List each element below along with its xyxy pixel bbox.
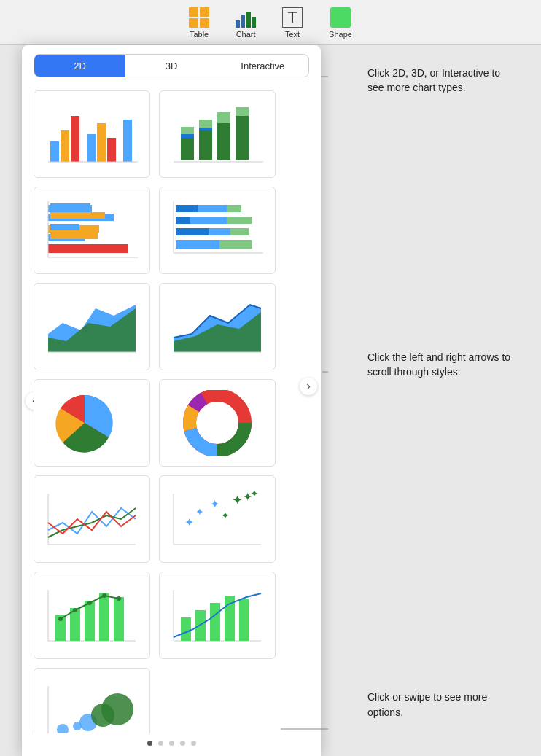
svg-rect-32 (176, 205, 198, 212)
table-icon (189, 7, 209, 28)
callout-bottom: Click or swipe to see more options. (367, 690, 513, 720)
svg-rect-37 (227, 217, 252, 224)
svg-rect-6 (123, 120, 132, 162)
svg-rect-87 (239, 599, 249, 641)
chart-picker-panel: 2D 3D Interactive ‹ (22, 45, 321, 756)
segment-control: 2D 3D Interactive (34, 54, 309, 77)
shape-icon (330, 7, 351, 28)
svg-rect-12 (217, 123, 230, 160)
chart-row-3 (34, 283, 309, 370)
chart-item-area[interactable] (34, 283, 150, 370)
text-icon: T (282, 7, 303, 28)
segment-btn-2d[interactable]: 2D (34, 55, 125, 77)
svg-point-80 (117, 596, 121, 601)
svg-rect-73 (85, 601, 95, 641)
svg-text:✦: ✦ (232, 493, 243, 507)
svg-rect-41 (176, 240, 219, 249)
chart-item-bar-stacked[interactable] (159, 90, 276, 178)
svg-rect-5 (107, 138, 116, 162)
svg-rect-1 (61, 130, 69, 162)
svg-rect-40 (230, 228, 249, 235)
scroll-right-arrow[interactable]: › (300, 378, 317, 395)
svg-rect-35 (176, 217, 190, 224)
toolbar-label-table: Table (190, 30, 209, 39)
svg-rect-4 (97, 123, 106, 162)
svg-rect-2 (71, 116, 79, 162)
svg-point-57 (201, 407, 233, 439)
callout-middle: Click the left and right arrows to scrol… (367, 350, 513, 380)
svg-point-76 (58, 617, 63, 621)
svg-point-77 (73, 608, 77, 612)
svg-text:✦: ✦ (210, 498, 219, 510)
chart-row-1 (34, 90, 309, 178)
pagination-dot-3[interactable] (169, 741, 174, 746)
toolbar-item-shape[interactable]: Shape (316, 4, 365, 42)
toolbar-item-text[interactable]: T Text (269, 4, 316, 42)
svg-rect-13 (217, 112, 230, 123)
chart-row-4 (34, 379, 309, 467)
svg-text:✦: ✦ (195, 506, 204, 518)
chart-item-bar-grouped[interactable] (34, 90, 150, 178)
chart-item-hbar-grouped[interactable] (34, 187, 150, 274)
chart-item-combo-2[interactable] (159, 572, 276, 659)
pagination-dot-4[interactable] (180, 741, 185, 746)
svg-rect-29 (50, 224, 79, 230)
svg-point-78 (87, 601, 92, 605)
pagination-dot-5[interactable] (191, 741, 196, 746)
toolbar-label-chart: Chart (236, 30, 256, 39)
svg-rect-15 (236, 107, 249, 116)
segment-btn-3d[interactable]: 3D (125, 55, 217, 77)
svg-rect-17 (199, 128, 212, 130)
svg-point-94 (101, 693, 133, 725)
chart-row-2 (34, 187, 309, 274)
chart-grid: ✦ ✦ ✦ ✦ ✦ ✦ ✦ (22, 85, 321, 733)
svg-rect-30 (50, 233, 98, 239)
toolbar-item-chart[interactable]: Chart (222, 4, 269, 42)
svg-rect-10 (199, 130, 212, 160)
toolbar-label-shape: Shape (329, 30, 352, 39)
svg-rect-16 (181, 134, 194, 138)
chart-row-6 (34, 572, 309, 659)
chart-item-line[interactable] (34, 475, 150, 563)
svg-rect-36 (190, 217, 227, 224)
svg-rect-3 (87, 134, 96, 162)
dot-pagination (22, 733, 321, 756)
toolbar-item-table[interactable]: Table (176, 4, 222, 42)
svg-rect-14 (236, 116, 249, 160)
toolbar: Table Chart T Text Shape (0, 0, 541, 45)
svg-point-90 (57, 724, 69, 733)
svg-text:✦: ✦ (184, 516, 194, 529)
chart-item-pie[interactable] (34, 379, 150, 467)
chart-item-scatter[interactable]: ✦ ✦ ✦ ✦ ✦ ✦ ✦ (159, 475, 276, 563)
chart-item-hbar-stacked[interactable] (159, 187, 276, 274)
callout-top: Click 2D, 3D, or Interactive to see more… (367, 66, 513, 96)
svg-rect-38 (176, 228, 209, 235)
svg-rect-42 (219, 240, 252, 249)
toolbar-label-text: Text (285, 30, 300, 39)
svg-rect-39 (209, 228, 230, 235)
chart-item-bubble[interactable] (34, 668, 150, 733)
segment-btn-interactive[interactable]: Interactive (217, 55, 308, 77)
svg-rect-31 (50, 244, 120, 253)
svg-rect-27 (50, 203, 90, 210)
svg-rect-34 (227, 205, 241, 212)
svg-rect-8 (181, 138, 194, 160)
svg-rect-84 (195, 610, 206, 641)
chart-icon (236, 7, 256, 28)
svg-rect-0 (50, 141, 59, 162)
chart-row-5: ✦ ✦ ✦ ✦ ✦ ✦ ✦ (34, 475, 309, 563)
svg-rect-74 (99, 593, 109, 641)
chart-row-7 (34, 668, 309, 733)
svg-text:✦: ✦ (221, 510, 230, 521)
svg-point-79 (102, 593, 106, 598)
svg-rect-83 (181, 617, 191, 641)
chart-item-donut[interactable] (159, 379, 276, 467)
pagination-dot-2[interactable] (158, 741, 163, 746)
svg-rect-28 (50, 212, 105, 219)
chart-item-combo-1[interactable] (34, 572, 150, 659)
chart-item-area-2[interactable] (159, 283, 276, 370)
pagination-dot-1[interactable] (147, 741, 152, 746)
svg-rect-33 (198, 205, 227, 212)
svg-rect-85 (210, 603, 220, 641)
svg-rect-75 (114, 597, 124, 641)
